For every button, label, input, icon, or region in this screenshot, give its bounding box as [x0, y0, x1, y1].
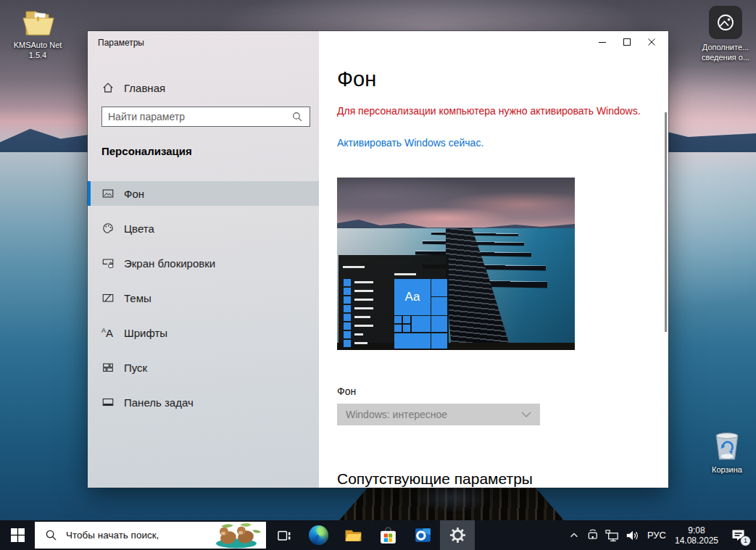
sidebar-item-label: Главная: [124, 82, 165, 94]
file-explorer-icon: [344, 525, 363, 545]
desktop-icon-label: Корзина: [697, 464, 756, 475]
sidebar-item-start[interactable]: Пуск: [88, 355, 319, 380]
desktop-icon-kmsauto[interactable]: KMSAuto Net 1.5.4: [9, 7, 67, 60]
search-highlight-otters-image[interactable]: [207, 522, 266, 549]
window-controls: [590, 31, 664, 53]
window-title: Параметры: [98, 38, 144, 48]
outlook-icon: [413, 525, 433, 545]
task-view-icon: [275, 528, 291, 543]
desktop-icon-label: KMSAuto Net: [9, 40, 67, 50]
task-view-button[interactable]: [266, 520, 301, 550]
sidebar-item-themes[interactable]: Темы: [88, 286, 319, 310]
sidebar-section-title: Персонализация: [101, 145, 192, 157]
edge-button[interactable]: [301, 520, 336, 550]
sidebar-item-taskbar[interactable]: Панель задач: [88, 390, 319, 414]
outlook-button[interactable]: [405, 520, 440, 550]
microsoft-store-icon: [378, 525, 398, 545]
system-tray: РУС 9:08 14.08.2025 1: [565, 520, 756, 550]
start-button[interactable]: [0, 520, 35, 550]
selected-accent-bar: [88, 181, 91, 206]
language-indicator[interactable]: РУС: [643, 520, 670, 550]
settings-gear-icon: [449, 527, 466, 543]
dropdown-value: Windows: интересное: [346, 409, 521, 420]
related-settings-heading: Сопутствующие параметры: [337, 470, 533, 488]
sidebar-item-label: Пуск: [124, 362, 147, 374]
network-icon: [605, 528, 620, 543]
settings-sidebar: Параметры Главная Персонализация Фон: [88, 31, 319, 488]
folder-icon: [20, 7, 55, 40]
microsoft-store-button[interactable]: [370, 520, 405, 550]
desktop-icon-spotlight-info[interactable]: Дополните... сведения о...: [699, 6, 752, 62]
network-button[interactable]: [602, 520, 622, 550]
lock-screen-icon: [101, 257, 115, 270]
clock[interactable]: 9:08 14.08.2025: [670, 520, 723, 550]
minimize-button[interactable]: [590, 31, 615, 53]
sidebar-item-home[interactable]: Главная: [88, 75, 319, 100]
scrollbar-thumb[interactable]: [665, 112, 667, 332]
start-tiles-icon: [101, 361, 115, 374]
chevron-down-icon: [521, 412, 531, 417]
sidebar-item-fonts[interactable]: AA Шрифты: [88, 320, 319, 345]
sidebar-item-colors[interactable]: Цвета: [88, 216, 319, 241]
action-center-button[interactable]: 1: [723, 520, 753, 550]
taskbar-search-box[interactable]: [35, 522, 266, 549]
desktop-icon-label: 1.5.4: [9, 50, 67, 60]
page-title: Фон: [337, 67, 376, 91]
sidebar-item-label: Фон: [124, 188, 144, 200]
sidebar-item-background[interactable]: Фон: [88, 181, 319, 206]
windows-logo-icon: [11, 528, 25, 542]
settings-button[interactable]: [440, 520, 475, 550]
search-icon: [45, 529, 57, 541]
preview-sky: [337, 178, 575, 230]
maximize-button[interactable]: [615, 31, 639, 53]
sidebar-item-lock-screen[interactable]: Экран блокировки: [88, 251, 319, 275]
settings-main-pane: Фон Для персонализации компьютера нужно …: [319, 31, 668, 488]
settings-search-input[interactable]: [102, 111, 291, 122]
preview-start-menu: Aa: [338, 255, 449, 350]
tray-device-button[interactable]: [583, 520, 602, 550]
sidebar-item-label: Экран блокировки: [124, 257, 215, 270]
preview-aa-tile: Aa: [394, 279, 431, 315]
sidebar-item-label: Цвета: [124, 222, 154, 235]
activation-warning-text: Для персонализации компьютера нужно акти…: [337, 105, 641, 117]
sidebar-item-label: Панель задач: [124, 396, 194, 409]
background-type-dropdown: Windows: интересное: [337, 404, 540, 425]
clock-date: 14.08.2025: [675, 536, 718, 546]
clock-time: 9:08: [688, 525, 705, 536]
home-icon: [101, 81, 115, 94]
background-dropdown-label: Фон: [337, 386, 356, 397]
activate-windows-link[interactable]: Активировать Windows сейчас.: [337, 137, 483, 149]
notification-badge: 1: [740, 536, 751, 546]
tray-expand-button[interactable]: [565, 520, 583, 550]
fonts-icon: AA: [101, 328, 115, 338]
taskbar: РУС 9:08 14.08.2025 1: [0, 520, 756, 550]
background-preview-image: Aa: [337, 178, 575, 350]
sidebar-item-label: Шрифты: [124, 327, 167, 339]
volume-button[interactable]: [622, 520, 643, 550]
close-button[interactable]: [639, 31, 664, 53]
tray-camera-icon: [586, 528, 600, 542]
recycle-bin-icon: [712, 429, 742, 464]
edge-icon: [309, 525, 328, 545]
desktop-icon-label: Дополните...: [699, 42, 752, 52]
search-icon: [291, 111, 303, 122]
taskbar-search-input[interactable]: [65, 529, 207, 541]
desktop-icon-recycle-bin[interactable]: Корзина: [697, 429, 756, 475]
picture-icon: [709, 6, 742, 39]
themes-icon: [101, 291, 115, 304]
settings-search-box[interactable]: [101, 107, 310, 127]
desktop-icon-label: сведения о...: [699, 52, 752, 62]
taskbar-icon: [101, 396, 115, 409]
palette-icon: [101, 222, 115, 235]
sidebar-item-label: Темы: [124, 292, 151, 304]
volume-icon: [625, 528, 640, 543]
settings-window: Параметры Главная Персонализация Фон: [88, 31, 668, 488]
chevron-up-icon: [569, 530, 579, 541]
background-image-icon: [101, 187, 115, 200]
file-explorer-button[interactable]: [336, 520, 370, 550]
